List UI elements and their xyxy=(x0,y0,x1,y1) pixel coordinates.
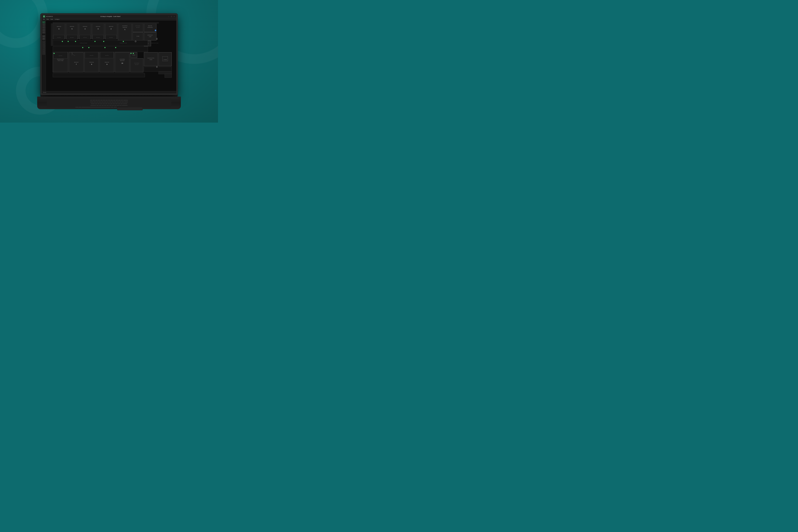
sidebar-rst-button[interactable]: RST xyxy=(42,21,45,23)
sensor-store-1 xyxy=(130,53,132,54)
key-enter-top xyxy=(124,101,128,103)
floorplan-area: BEDROOM 6 EN-SUITE BEDROOM 5 xyxy=(46,20,176,91)
bedroom9-number: 9 xyxy=(107,63,107,65)
circulation-upper-left: CIRCULATION xyxy=(80,43,87,43)
laptop-screen: K KOSMOS St Mary's Hospital - Cook Ward … xyxy=(40,14,178,95)
dispensary-lobby-label1: DISPENSARY xyxy=(148,35,153,36)
key-caps xyxy=(91,103,95,104)
menu-configure[interactable]: Configure xyxy=(55,19,59,20)
bedroom4-label: BEDROOM xyxy=(83,26,87,27)
dispensary-lobby-label2: LOBBY xyxy=(149,36,152,37)
keyboard-row-1 xyxy=(48,100,170,101)
room-accessible-ensuite-lower[interactable] xyxy=(130,58,143,72)
ensuite9-label: EN-SUITE xyxy=(105,55,109,56)
sensor-lower-4 xyxy=(115,47,116,48)
laptop: K KOSMOS St Mary's Hospital - Cook Ward … xyxy=(37,14,181,109)
key xyxy=(99,101,101,103)
sidebar-1-button[interactable]: 1 xyxy=(42,24,45,26)
trackpad[interactable] xyxy=(117,107,143,110)
sensor-lower-1 xyxy=(82,47,83,48)
walking-aids-label1: WALKING AIDS & xyxy=(57,59,64,60)
key xyxy=(95,100,97,101)
dots-mid-right-1 xyxy=(156,66,157,67)
key xyxy=(106,100,108,101)
menu-view[interactable]: View xyxy=(46,19,49,20)
maximize-button[interactable]: □ xyxy=(170,16,172,17)
bedroom8-label: BEDROOM xyxy=(90,62,94,63)
key xyxy=(93,100,95,101)
bedroom7-number: 7 xyxy=(76,63,77,65)
bedroom2-label: BEDROOM xyxy=(109,26,113,27)
sensor-upper-6 xyxy=(123,41,124,42)
sidebar-mini-1 xyxy=(42,41,45,42)
de-escalation-label1: DE-ESCALATION xyxy=(148,58,154,59)
menu-tools[interactable]: Tools xyxy=(51,19,53,20)
window-controls: − □ × xyxy=(168,16,175,17)
laptop-hinge xyxy=(40,95,178,97)
ensuite5-label: EN-SUITE xyxy=(70,37,74,38)
sensor-upper-5 xyxy=(103,41,104,42)
key xyxy=(102,103,105,104)
menu-site[interactable]: Site xyxy=(43,19,45,20)
dots-mid-right-2 xyxy=(156,67,157,68)
key xyxy=(114,101,116,103)
key xyxy=(101,105,104,106)
key-backspace xyxy=(124,100,128,101)
menu-bar: Site View Tools Configure xyxy=(42,18,176,20)
keyboard xyxy=(47,99,171,108)
key xyxy=(111,100,113,101)
indicator-dots-right-1 xyxy=(156,38,157,39)
key xyxy=(107,105,109,106)
bedroom3-label: BEDROOM xyxy=(96,26,100,27)
sidebar-2-button[interactable]: 2 xyxy=(42,26,45,28)
key xyxy=(107,101,109,103)
sidebar-mini-8 xyxy=(42,53,45,55)
key xyxy=(117,105,119,106)
key-space xyxy=(82,107,111,108)
title-bar-left: K KOSMOS xyxy=(43,15,53,18)
bedroom7-label: BEDROOM xyxy=(74,62,78,63)
indicator-dots-right-2 xyxy=(156,39,157,40)
top-strip xyxy=(53,22,159,24)
bedroom4-number: 4 xyxy=(84,28,86,30)
bedroom6-label: BEDROOM xyxy=(57,26,61,27)
key xyxy=(98,100,100,101)
app-logo: K xyxy=(43,15,45,18)
accessible-ensuite-lower-label2: EN-SUITE xyxy=(135,64,138,65)
sidebar-mini-6 xyxy=(42,50,45,51)
sidebar-sys-button[interactable]: SYS xyxy=(42,38,45,40)
title-bar: K KOSMOS St Mary's Hospital - Cook Ward … xyxy=(42,15,176,18)
key-shift-left xyxy=(91,105,96,106)
accessible-ensuite-label1: ACCESSIBLE xyxy=(135,25,140,26)
key xyxy=(112,105,114,106)
key xyxy=(118,103,120,104)
key xyxy=(120,103,123,104)
sidebar-3-button[interactable]: 3 xyxy=(42,29,45,31)
close-button[interactable]: × xyxy=(173,16,175,17)
sensor-lower-3 xyxy=(104,47,106,48)
sidebar-4-button[interactable]: 4 xyxy=(42,31,45,34)
status-text: Ready. xyxy=(43,92,46,93)
key xyxy=(121,100,123,101)
sidebar-mini-3 xyxy=(42,44,45,46)
key-enter xyxy=(123,103,127,104)
sensor-walking-aids xyxy=(54,53,55,54)
corridor-lower xyxy=(53,46,148,52)
ensuite8-label: EN-SUITE xyxy=(90,55,93,56)
key xyxy=(108,100,110,101)
key xyxy=(117,101,119,103)
key xyxy=(97,103,100,104)
de-escalation-label2: ROOM xyxy=(150,59,152,60)
key xyxy=(113,103,115,104)
ensuite-lower-left-label: EN-SUITE xyxy=(59,55,62,56)
sensor-upper-2 xyxy=(68,41,69,42)
sidebar-act-button[interactable]: ACT xyxy=(42,35,45,37)
accessible-bedroom1-label1: ACCESSIBLE xyxy=(122,25,128,26)
key xyxy=(116,100,118,101)
main-content: RST 1 2 3 4 ACT SYS xyxy=(42,20,176,91)
key xyxy=(115,103,118,104)
ensuite6-label: EN-SUITE xyxy=(57,37,61,38)
minimize-button[interactable]: − xyxy=(168,16,170,17)
sensor-upper-4 xyxy=(94,41,96,42)
key-tab xyxy=(90,101,93,103)
